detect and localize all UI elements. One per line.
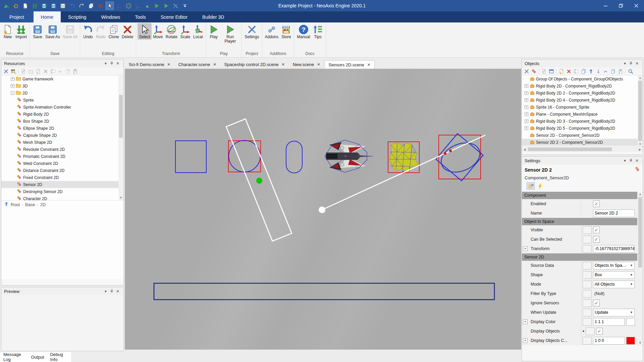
scene-tab[interactable]: Sci-fi Demo.scene✕ [125, 60, 174, 69]
settings-close-icon[interactable]: ✕ [634, 158, 640, 164]
objects-up-blue-icon[interactable] [588, 68, 594, 74]
tree-expander-icon[interactable]: + [525, 126, 528, 130]
spaceship-center-dot[interactable] [344, 155, 346, 157]
breadcrumb-item-base[interactable]: Base [25, 202, 35, 207]
box-shape-blue-square[interactable] [175, 141, 206, 173]
manual-button[interactable]: ?Manual [296, 23, 311, 40]
resources-page-star-gray-icon[interactable]: ★ [35, 68, 41, 74]
objects-tree-item[interactable]: +Rigid Body 2D 2 - Component_RigidBody2D [522, 89, 643, 97]
objects-tools-icon[interactable] [523, 68, 530, 74]
spaceship-detail-top[interactable] [340, 146, 344, 150]
resources-cross-gray-icon[interactable] [42, 68, 49, 74]
sensor-blue-ellipse[interactable] [437, 137, 484, 177]
resources-tree-item[interactable]: +Game framework [1, 75, 123, 82]
intersection-dot-2[interactable] [449, 149, 452, 152]
objects-pin-icon[interactable] [628, 60, 634, 66]
objects-hscrollbar[interactable]: ◀ ▶ [522, 146, 643, 152]
tree-expander-icon[interactable]: + [525, 105, 528, 109]
resources-tree-item[interactable]: Mesh Shape 2D [1, 139, 123, 146]
save-all-icon[interactable] [58, 1, 67, 10]
move-button[interactable]: Move [152, 23, 164, 40]
scene-tab[interactable]: Sensors 2D.scene✕ [324, 60, 375, 69]
scroll-down-icon[interactable]: ▼ [638, 341, 643, 345]
default-value-box[interactable] [583, 290, 592, 298]
spaceship-wing-stripe-top[interactable] [348, 147, 362, 153]
mesh-shape-yellow[interactable] [389, 142, 418, 172]
resources-close-icon[interactable]: ✕ [115, 60, 121, 66]
settings-menu-icon[interactable]: ▾ [622, 158, 628, 164]
run-player-icon[interactable] [162, 1, 170, 10]
resources-tree-item[interactable]: Ellipse Shape 2D [1, 125, 123, 132]
play-icon[interactable] [152, 1, 161, 10]
objects-tree-item[interactable]: Sensor 2D 2 - Component_Sensor2D [522, 139, 643, 146]
local-icon[interactable] [143, 1, 152, 10]
resources-tools-icon[interactable] [3, 68, 9, 74]
scroll-left-icon[interactable]: ◀ [522, 147, 527, 152]
scroll-down-icon[interactable]: ▼ [638, 142, 643, 146]
resources-tree-item[interactable]: Character 2D [1, 195, 123, 200]
preview-close-icon[interactable]: ✕ [115, 288, 121, 294]
preview-pin-icon[interactable] [109, 288, 115, 294]
clone-icon[interactable] [87, 1, 95, 10]
checkbox[interactable]: ✓ [593, 236, 600, 243]
save-as-icon[interactable] [49, 1, 58, 10]
color-swatch[interactable] [626, 337, 635, 345]
capsule-shape-blue[interactable] [286, 141, 302, 173]
save-as-button[interactable]: Save As [44, 23, 61, 40]
breadcrumb-item-2d[interactable]: 2D [40, 202, 46, 207]
objects-tree-item[interactable]: Group Of Objects - Component_GroupOfObje… [522, 75, 643, 82]
redo-button[interactable]: Redo [94, 23, 107, 40]
save-icon[interactable] [40, 1, 48, 10]
sensor-red-box-2[interactable] [439, 135, 481, 179]
color-value-input[interactable]: 1 1 1 [593, 318, 625, 326]
tab-close-icon[interactable]: ✕ [213, 62, 216, 67]
resources-tree-item[interactable]: Sprite [1, 97, 123, 104]
project-menu-button[interactable]: Project [0, 11, 34, 22]
resources-page-edit-gray-icon[interactable] [20, 68, 26, 74]
resources-cut-gray-icon[interactable]: ✂ [57, 68, 63, 74]
resources-copy-gray-icon[interactable] [64, 68, 71, 74]
checkbox[interactable]: ✓ [593, 200, 600, 207]
text-input[interactable]: -0.167791027388974 [593, 245, 635, 253]
bottom-tab-output[interactable]: Output [31, 355, 44, 360]
tree-expander-icon[interactable]: + [11, 84, 14, 88]
default-value-box[interactable] [583, 226, 592, 234]
menu-tab-windows[interactable]: Windows [94, 11, 127, 22]
property-expander-icon[interactable]: + [523, 319, 528, 324]
settings-pin-icon[interactable] [628, 158, 634, 164]
objects-window-icon[interactable] [548, 68, 554, 74]
import-icon[interactable] [30, 1, 39, 10]
spaceship-wing-stripe-bottom[interactable] [348, 159, 362, 166]
preview-menu-icon[interactable]: ▾ [103, 288, 109, 294]
checkbox[interactable]: ✓ [593, 300, 600, 306]
tips-button[interactable]: Tips [312, 23, 324, 40]
resources-tree-item[interactable]: Sensor 2D [1, 181, 123, 188]
resources-tree-item[interactable]: Distance Constraint 2D [1, 167, 123, 174]
objects-tree-item[interactable]: +Sprite 16 - Component_Sprite [522, 104, 643, 111]
sync-icon[interactable] [11, 1, 20, 10]
new-file-icon[interactable]: ★ [21, 1, 30, 10]
resources-tree-item[interactable]: Rigid Body 2D [1, 111, 123, 118]
resources-paste-gray-icon[interactable] [72, 68, 78, 74]
objects-diamonds-icon[interactable] [531, 68, 537, 74]
checkbox[interactable]: ✓ [596, 328, 603, 335]
objects-scrollbar[interactable]: ▲ ▼ [638, 75, 643, 146]
ray-origin-white-dot[interactable] [319, 206, 325, 213]
plane-navy-rect[interactable] [154, 283, 494, 300]
scroll-right-icon[interactable]: ▶ [637, 147, 643, 152]
spaceship-detail-bottom[interactable] [340, 163, 344, 167]
objects-copy-blue-icon[interactable] [610, 68, 616, 74]
scale-button[interactable]: Scale [179, 23, 192, 40]
resources-tree-item[interactable]: Sprite Animation Controller [1, 104, 123, 111]
scene-viewport[interactable] [125, 69, 521, 350]
new-button[interactable]: ★New [1, 23, 14, 40]
delete-icon[interactable] [96, 1, 105, 10]
resources-tree-item[interactable]: +3D [1, 82, 123, 89]
clone-button[interactable]: Clone [107, 23, 120, 40]
objects-clone-sm-icon[interactable] [580, 68, 587, 74]
scroll-up-icon[interactable]: ▲ [638, 192, 643, 196]
bottom-tab-debug-info[interactable]: Debug Info [50, 352, 68, 362]
local-button[interactable]: Local [192, 23, 204, 40]
resources-tree-item[interactable]: −2D [1, 89, 123, 97]
resources-tree-item[interactable]: Weld Constraint 2D [1, 160, 123, 167]
